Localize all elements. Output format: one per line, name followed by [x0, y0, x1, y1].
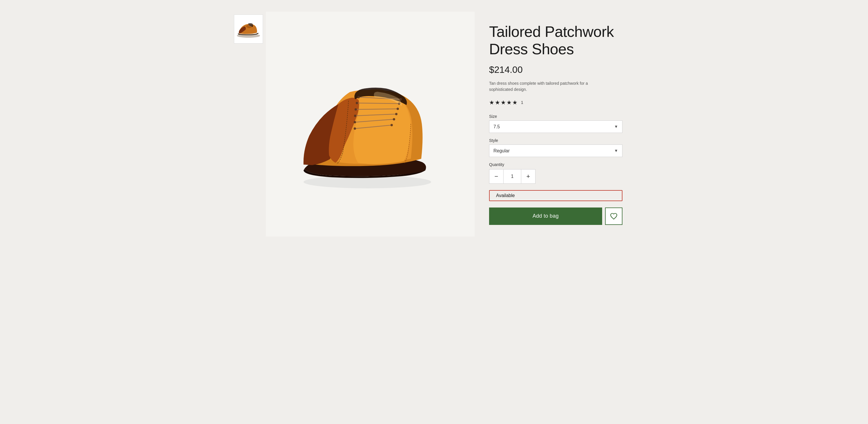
- quantity-increase-button[interactable]: +: [521, 169, 535, 184]
- thumbnail-column: [231, 11, 266, 236]
- quantity-section: Quantity − 1 +: [489, 162, 622, 184]
- quantity-decrease-button[interactable]: −: [489, 169, 503, 184]
- rating-count[interactable]: 1: [521, 100, 523, 105]
- wishlist-button[interactable]: [605, 207, 622, 225]
- star-1: ★: [489, 99, 494, 106]
- size-field-group: Size 6 6.5 7 7.5 8 8.5 9 9.5 10 10.5 11 …: [489, 114, 622, 133]
- action-row: Add to bag: [489, 207, 622, 225]
- product-price: $214.00: [489, 64, 622, 75]
- product-title: Tailored Patchwork Dress Shoes: [489, 23, 622, 58]
- star-rating[interactable]: ★ ★ ★ ★ ★: [489, 99, 518, 106]
- product-description: Tan dress shoes complete with tailored p…: [489, 80, 599, 92]
- style-field-group: Style Regular Wide Narrow ▼: [489, 138, 622, 157]
- star-2: ★: [495, 99, 500, 106]
- svg-point-11: [358, 96, 360, 98]
- product-container: Tailored Patchwork Dress Shoes $214.00 T…: [231, 11, 637, 236]
- main-shoe-svg: [286, 54, 454, 194]
- svg-point-12: [356, 102, 358, 104]
- quantity-value: 1: [503, 169, 521, 184]
- style-select-wrapper: Regular Wide Narrow ▼: [489, 144, 622, 157]
- size-select[interactable]: 6 6.5 7 7.5 8 8.5 9 9.5 10 10.5 11 12: [489, 121, 622, 133]
- product-details: Tailored Patchwork Dress Shoes $214.00 T…: [474, 11, 637, 236]
- quantity-label: Quantity: [489, 162, 622, 167]
- star-3: ★: [501, 99, 506, 106]
- style-select[interactable]: Regular Wide Narrow: [489, 145, 622, 157]
- star-4: ★: [506, 99, 512, 106]
- main-image-area: [266, 11, 474, 236]
- thumbnail-image[interactable]: [234, 15, 263, 44]
- thumbnail-shoe-svg: [236, 19, 261, 39]
- svg-point-16: [354, 128, 356, 130]
- svg-point-21: [393, 118, 395, 120]
- heart-icon: [610, 213, 618, 220]
- size-label: Size: [489, 114, 622, 119]
- size-select-wrapper: 6 6.5 7 7.5 8 8.5 9 9.5 10 10.5 11 12 ▼: [489, 120, 622, 133]
- style-label: Style: [489, 138, 622, 143]
- rating-row: ★ ★ ★ ★ ★ 1: [489, 99, 622, 106]
- svg-point-14: [354, 115, 356, 117]
- svg-point-13: [354, 108, 357, 111]
- svg-point-15: [354, 121, 356, 123]
- svg-point-22: [391, 124, 393, 126]
- svg-point-19: [397, 108, 399, 110]
- add-to-bag-button[interactable]: Add to bag: [489, 207, 602, 225]
- availability-badge: Available: [489, 190, 622, 201]
- svg-point-20: [395, 113, 398, 115]
- star-5: ★: [512, 99, 518, 106]
- quantity-controls: − 1 +: [489, 169, 622, 184]
